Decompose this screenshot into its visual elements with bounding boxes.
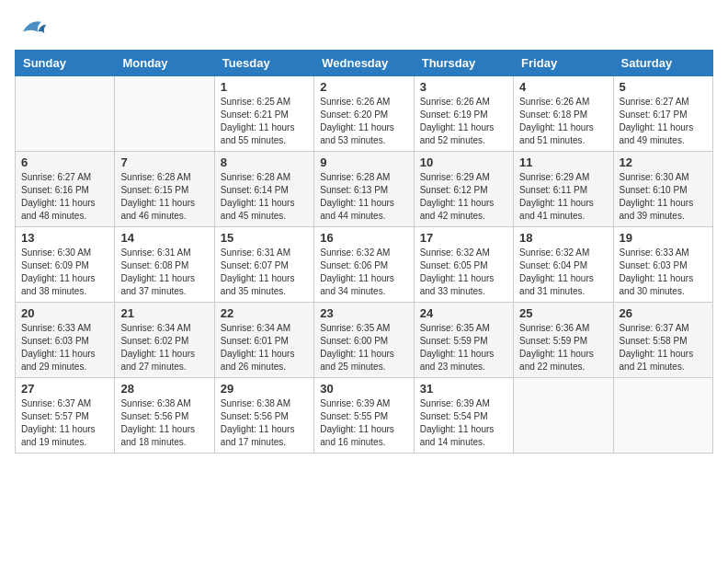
- calendar-day-cell: 28Sunrise: 6:38 AM Sunset: 5:56 PM Dayli…: [115, 378, 214, 454]
- calendar-day-cell: [16, 76, 115, 152]
- calendar-week-row: 6Sunrise: 6:27 AM Sunset: 6:16 PM Daylig…: [16, 152, 713, 227]
- calendar-day-cell: 9Sunrise: 6:28 AM Sunset: 6:13 PM Daylig…: [314, 152, 414, 227]
- calendar-day-cell: 13Sunrise: 6:30 AM Sunset: 6:09 PM Dayli…: [16, 227, 115, 303]
- weekday-header: Sunday: [16, 51, 115, 76]
- day-info: Sunrise: 6:37 AM Sunset: 5:57 PM Dayligh…: [21, 397, 108, 449]
- day-number: 10: [420, 155, 507, 169]
- calendar-day-cell: 6Sunrise: 6:27 AM Sunset: 6:16 PM Daylig…: [16, 152, 115, 227]
- day-info: Sunrise: 6:26 AM Sunset: 6:18 PM Dayligh…: [519, 96, 607, 147]
- day-number: 22: [221, 306, 308, 320]
- calendar-week-row: 1Sunrise: 6:25 AM Sunset: 6:21 PM Daylig…: [16, 76, 713, 152]
- weekday-header: Thursday: [414, 51, 513, 76]
- day-number: 3: [420, 80, 507, 94]
- day-info: Sunrise: 6:27 AM Sunset: 6:17 PM Dayligh…: [620, 96, 707, 147]
- day-info: Sunrise: 6:26 AM Sunset: 6:20 PM Dayligh…: [320, 96, 407, 147]
- day-number: 14: [120, 231, 208, 245]
- calendar-day-cell: 11Sunrise: 6:29 AM Sunset: 6:11 PM Dayli…: [514, 152, 613, 227]
- calendar-day-cell: [115, 76, 214, 152]
- calendar-day-cell: 26Sunrise: 6:37 AM Sunset: 5:58 PM Dayli…: [613, 303, 712, 378]
- day-info: Sunrise: 6:27 AM Sunset: 6:16 PM Dayligh…: [21, 171, 108, 223]
- calendar-day-cell: 24Sunrise: 6:35 AM Sunset: 5:59 PM Dayli…: [414, 303, 513, 378]
- day-info: Sunrise: 6:32 AM Sunset: 6:05 PM Dayligh…: [420, 247, 507, 298]
- calendar-day-cell: 10Sunrise: 6:29 AM Sunset: 6:12 PM Dayli…: [414, 152, 513, 227]
- page-header: [15, 15, 713, 40]
- day-number: 31: [420, 382, 507, 396]
- calendar-week-row: 13Sunrise: 6:30 AM Sunset: 6:09 PM Dayli…: [16, 227, 713, 303]
- day-number: 27: [21, 382, 108, 396]
- day-info: Sunrise: 6:34 AM Sunset: 6:02 PM Dayligh…: [120, 322, 208, 373]
- day-number: 2: [320, 80, 407, 94]
- day-info: Sunrise: 6:33 AM Sunset: 6:03 PM Dayligh…: [620, 247, 707, 298]
- weekday-header: Tuesday: [214, 51, 313, 76]
- calendar-day-cell: 2Sunrise: 6:26 AM Sunset: 6:20 PM Daylig…: [314, 76, 414, 152]
- day-number: 19: [620, 231, 707, 245]
- calendar-day-cell: 30Sunrise: 6:39 AM Sunset: 5:55 PM Dayli…: [314, 378, 414, 454]
- calendar-day-cell: 16Sunrise: 6:32 AM Sunset: 6:06 PM Dayli…: [314, 227, 414, 303]
- day-info: Sunrise: 6:29 AM Sunset: 6:11 PM Dayligh…: [519, 171, 607, 223]
- calendar-day-cell: 23Sunrise: 6:35 AM Sunset: 6:00 PM Dayli…: [314, 303, 414, 378]
- day-number: 13: [21, 231, 108, 245]
- day-number: 12: [620, 155, 707, 169]
- weekday-header-row: SundayMondayTuesdayWednesdayThursdayFrid…: [16, 51, 713, 76]
- day-number: 8: [221, 155, 308, 169]
- day-number: 4: [519, 80, 607, 94]
- day-info: Sunrise: 6:36 AM Sunset: 5:59 PM Dayligh…: [519, 322, 607, 373]
- logo: [15, 15, 51, 40]
- day-number: 25: [519, 306, 607, 320]
- day-info: Sunrise: 6:25 AM Sunset: 6:21 PM Dayligh…: [221, 96, 308, 147]
- day-number: 16: [320, 231, 407, 245]
- day-info: Sunrise: 6:38 AM Sunset: 5:56 PM Dayligh…: [221, 397, 308, 449]
- day-number: 29: [221, 382, 308, 396]
- calendar-week-row: 27Sunrise: 6:37 AM Sunset: 5:57 PM Dayli…: [16, 378, 713, 454]
- calendar-day-cell: 19Sunrise: 6:33 AM Sunset: 6:03 PM Dayli…: [613, 227, 712, 303]
- calendar-day-cell: 1Sunrise: 6:25 AM Sunset: 6:21 PM Daylig…: [214, 76, 313, 152]
- calendar-day-cell: 17Sunrise: 6:32 AM Sunset: 6:05 PM Dayli…: [414, 227, 513, 303]
- calendar-day-cell: 21Sunrise: 6:34 AM Sunset: 6:02 PM Dayli…: [115, 303, 214, 378]
- day-info: Sunrise: 6:38 AM Sunset: 5:56 PM Dayligh…: [120, 397, 208, 449]
- day-number: 17: [420, 231, 507, 245]
- day-number: 6: [21, 155, 108, 169]
- day-info: Sunrise: 6:39 AM Sunset: 5:54 PM Dayligh…: [420, 397, 507, 449]
- calendar-table: SundayMondayTuesdayWednesdayThursdayFrid…: [15, 50, 713, 454]
- calendar-day-cell: 20Sunrise: 6:33 AM Sunset: 6:03 PM Dayli…: [16, 303, 115, 378]
- weekday-header: Wednesday: [314, 51, 414, 76]
- day-info: Sunrise: 6:33 AM Sunset: 6:03 PM Dayligh…: [21, 322, 108, 373]
- day-info: Sunrise: 6:29 AM Sunset: 6:12 PM Dayligh…: [420, 171, 507, 223]
- calendar-day-cell: 14Sunrise: 6:31 AM Sunset: 6:08 PM Dayli…: [115, 227, 214, 303]
- day-info: Sunrise: 6:32 AM Sunset: 6:06 PM Dayligh…: [320, 247, 407, 298]
- day-info: Sunrise: 6:28 AM Sunset: 6:13 PM Dayligh…: [320, 171, 407, 223]
- day-info: Sunrise: 6:28 AM Sunset: 6:15 PM Dayligh…: [120, 171, 208, 223]
- day-number: 5: [620, 80, 707, 94]
- day-info: Sunrise: 6:34 AM Sunset: 6:01 PM Dayligh…: [221, 322, 308, 373]
- day-info: Sunrise: 6:39 AM Sunset: 5:55 PM Dayligh…: [320, 397, 407, 449]
- weekday-header: Friday: [514, 51, 613, 76]
- calendar-day-cell: 15Sunrise: 6:31 AM Sunset: 6:07 PM Dayli…: [214, 227, 313, 303]
- calendar-day-cell: 8Sunrise: 6:28 AM Sunset: 6:14 PM Daylig…: [214, 152, 313, 227]
- calendar-day-cell: 22Sunrise: 6:34 AM Sunset: 6:01 PM Dayli…: [214, 303, 313, 378]
- calendar-day-cell: [514, 378, 613, 454]
- day-number: 26: [620, 306, 707, 320]
- calendar-day-cell: 27Sunrise: 6:37 AM Sunset: 5:57 PM Dayli…: [16, 378, 115, 454]
- day-info: Sunrise: 6:32 AM Sunset: 6:04 PM Dayligh…: [519, 247, 607, 298]
- day-number: 20: [21, 306, 108, 320]
- weekday-header: Monday: [115, 51, 214, 76]
- day-info: Sunrise: 6:31 AM Sunset: 6:08 PM Dayligh…: [120, 247, 208, 298]
- logo-icon: [15, 15, 48, 40]
- day-info: Sunrise: 6:30 AM Sunset: 6:09 PM Dayligh…: [21, 247, 108, 298]
- day-number: 11: [519, 155, 607, 169]
- calendar-week-row: 20Sunrise: 6:33 AM Sunset: 6:03 PM Dayli…: [16, 303, 713, 378]
- day-number: 15: [221, 231, 308, 245]
- day-info: Sunrise: 6:28 AM Sunset: 6:14 PM Dayligh…: [221, 171, 308, 223]
- calendar-day-cell: 18Sunrise: 6:32 AM Sunset: 6:04 PM Dayli…: [514, 227, 613, 303]
- day-info: Sunrise: 6:26 AM Sunset: 6:19 PM Dayligh…: [420, 96, 507, 147]
- day-number: 18: [519, 231, 607, 245]
- calendar-day-cell: 12Sunrise: 6:30 AM Sunset: 6:10 PM Dayli…: [613, 152, 712, 227]
- day-info: Sunrise: 6:35 AM Sunset: 5:59 PM Dayligh…: [420, 322, 507, 373]
- calendar-day-cell: 29Sunrise: 6:38 AM Sunset: 5:56 PM Dayli…: [214, 378, 313, 454]
- day-info: Sunrise: 6:37 AM Sunset: 5:58 PM Dayligh…: [620, 322, 707, 373]
- weekday-header: Saturday: [613, 51, 712, 76]
- day-number: 28: [120, 382, 208, 396]
- day-number: 21: [120, 306, 208, 320]
- day-number: 24: [420, 306, 507, 320]
- calendar-day-cell: 3Sunrise: 6:26 AM Sunset: 6:19 PM Daylig…: [414, 76, 513, 152]
